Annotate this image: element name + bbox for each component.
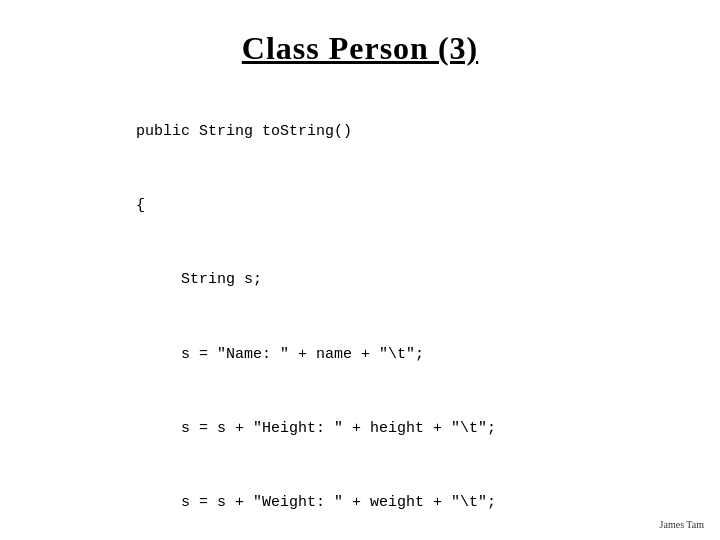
code-block: public String toString() { String s; s =… bbox=[100, 95, 496, 540]
code-line-6: s = s + "Weight: " + weight + "\t"; bbox=[136, 494, 496, 511]
code-line-5: s = s + "Height: " + height + "\t"; bbox=[136, 420, 496, 437]
slide-title: Class Person (3) bbox=[242, 30, 478, 67]
footer-credit: James Tam bbox=[660, 519, 704, 530]
code-line-3: String s; bbox=[136, 271, 262, 288]
code-line-2: { bbox=[136, 197, 145, 214]
code-line-1: public String toString() bbox=[136, 123, 352, 140]
slide-container: Class Person (3) public String toString(… bbox=[0, 0, 720, 540]
code-line-4: s = "Name: " + name + "\t"; bbox=[136, 346, 424, 363]
